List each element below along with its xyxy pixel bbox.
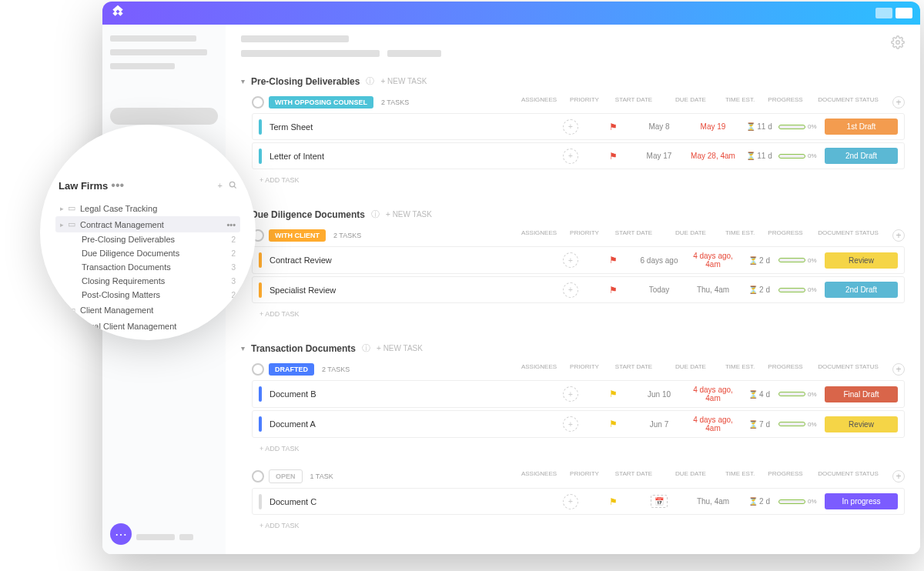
assignee-placeholder-icon[interactable]: +	[563, 252, 578, 268]
assignee-placeholder-icon[interactable]: +	[563, 494, 578, 509]
window-maximize-button[interactable]	[896, 8, 912, 18]
priority-flag-icon[interactable]: ⚑	[609, 255, 618, 265]
item-menu-icon[interactable]: •••	[226, 220, 236, 229]
progress-bar[interactable]: 0%	[778, 286, 825, 293]
section-header[interactable]: ▾ Due Diligence Documents ⓘ + NEW TASK	[241, 204, 905, 225]
assignee-placeholder-icon[interactable]: +	[563, 282, 578, 298]
document-status-badge[interactable]: Review	[825, 416, 898, 432]
priority-flag-icon[interactable]: ⚑	[609, 496, 618, 507]
task-row[interactable]: Document A + ⚑ Jun 7 4 days ago, 4am ⏳7 …	[252, 410, 905, 438]
section-header[interactable]: ▾ Transaction Documents ⓘ + NEW TASK	[241, 338, 905, 359]
assignee-placeholder-icon[interactable]: +	[563, 119, 578, 135]
document-status-badge[interactable]: 2nd Draft	[825, 148, 898, 164]
task-row[interactable]: Term Sheet + ⚑ May 8 May 19 ⏳11 d 0% 1st…	[252, 113, 905, 140]
new-task-button[interactable]: + NEW TASK	[386, 210, 432, 219]
due-date[interactable]: 4 days ago, 4am	[686, 252, 740, 269]
add-task-button[interactable]: + ADD TASK	[252, 517, 905, 534]
priority-flag-icon[interactable]: ⚑	[609, 122, 618, 132]
status-chip[interactable]: WITH OPPOSING COUNSEL	[269, 96, 373, 109]
task-row[interactable]: Document C + ⚑ 📅 Thu, 4am ⏳2 d 0% In pro…	[252, 488, 905, 515]
status-chip[interactable]: OPEN	[269, 469, 303, 483]
due-date[interactable]: Thu, 4am	[686, 286, 740, 294]
start-date[interactable]: 📅	[632, 497, 686, 506]
time-estimate[interactable]: ⏳11 d	[740, 122, 778, 131]
due-date[interactable]: May 19	[686, 122, 740, 131]
progress-bar[interactable]: 0%	[778, 257, 825, 264]
collapse-icon[interactable]: ▾	[241, 77, 245, 85]
info-icon[interactable]: ⓘ	[371, 209, 380, 220]
task-row[interactable]: Contract Review + ⚑ 6 days ago 4 days ag…	[252, 246, 905, 274]
add-task-button[interactable]: + ADD TASK	[252, 306, 905, 322]
add-task-button[interactable]: + ADD TASK	[252, 172, 905, 189]
sidebar-item[interactable]: ▸▭Contract Management•••	[55, 216, 240, 232]
start-date[interactable]: May 17	[632, 152, 686, 160]
sidebar-sub-item[interactable]: Pre-Closing Deliverables2	[77, 232, 240, 246]
time-estimate[interactable]: ⏳2 d	[740, 286, 778, 294]
assignee-placeholder-icon[interactable]: +	[563, 149, 578, 164]
time-estimate[interactable]: ⏳11 d	[740, 152, 778, 160]
status-chip[interactable]: DRAFTED	[269, 363, 314, 376]
due-date[interactable]: 4 days ago, 4am	[686, 416, 740, 432]
due-date[interactable]: Thu, 4am	[686, 497, 740, 506]
chat-fab[interactable]: ⋯	[110, 523, 132, 545]
add-column-button[interactable]: +	[892, 229, 905, 242]
add-column-button[interactable]: +	[892, 470, 905, 483]
progress-bar[interactable]: 0%	[778, 152, 825, 159]
sidebar-sub-item[interactable]: Post-Closing Matters2	[77, 288, 240, 302]
progress-bar[interactable]: 0%	[778, 498, 825, 505]
task-name: Document B	[270, 389, 547, 399]
status-circle-icon[interactable]	[252, 470, 264, 483]
priority-flag-icon[interactable]: ⚑	[609, 419, 618, 429]
start-date[interactable]: Today	[632, 286, 686, 294]
progress-bar[interactable]: 0%	[778, 391, 825, 398]
workspace-menu-icon[interactable]: •••	[111, 179, 124, 192]
sidebar-sub-item[interactable]: Closing Requirements3	[77, 274, 240, 288]
add-icon[interactable]: +	[218, 181, 223, 191]
document-status-badge[interactable]: In progress	[825, 493, 898, 509]
sidebar-sub-item[interactable]: Transaction Documents3	[77, 260, 240, 274]
settings-gear-icon[interactable]	[891, 35, 905, 52]
start-date[interactable]: Jun 7	[632, 420, 686, 429]
progress-bar[interactable]: 0%	[778, 421, 825, 428]
priority-flag-icon[interactable]: ⚑	[609, 389, 618, 399]
document-status-badge[interactable]: 1st Draft	[825, 119, 898, 135]
time-estimate[interactable]: ⏳2 d	[740, 256, 778, 265]
status-chip[interactable]: WITH CLIENT	[269, 229, 326, 242]
info-icon[interactable]: ⓘ	[366, 75, 374, 87]
document-status-badge[interactable]: Review	[825, 252, 898, 269]
collapse-icon[interactable]: ▾	[241, 344, 245, 352]
status-circle-icon[interactable]	[252, 363, 264, 376]
task-row[interactable]: Document B + ⚑ Jun 10 4 days ago, 4am ⏳4…	[252, 380, 905, 408]
document-status-badge[interactable]: Final Draft	[825, 386, 898, 402]
start-date[interactable]: 6 days ago	[632, 256, 686, 265]
section-header[interactable]: ▾ Pre-Closing Deliverables ⓘ + NEW TASK	[241, 71, 905, 92]
sidebar-item[interactable]: ▸▭Client Management	[55, 302, 240, 318]
sidebar-item[interactable]: ▸▭Legal Case Tracking	[55, 200, 240, 216]
document-status-badge[interactable]: 2nd Draft	[825, 282, 898, 298]
sidebar-sub-item[interactable]: Due Diligence Documents2	[77, 246, 240, 260]
add-column-button[interactable]: +	[892, 363, 905, 376]
due-date[interactable]: May 28, 4am	[686, 152, 740, 160]
status-circle-icon[interactable]	[252, 96, 264, 109]
window-minimize-button[interactable]	[875, 8, 892, 18]
start-date[interactable]: Jun 10	[632, 390, 686, 399]
progress-bar[interactable]: 0%	[778, 123, 825, 130]
assignee-placeholder-icon[interactable]: +	[563, 386, 578, 402]
task-row[interactable]: Specialist Review + ⚑ Today Thu, 4am ⏳2 …	[252, 276, 905, 303]
time-estimate[interactable]: ⏳4 d	[740, 390, 778, 399]
new-task-button[interactable]: + NEW TASK	[380, 77, 427, 85]
priority-flag-icon[interactable]: ⚑	[609, 285, 618, 296]
time-estimate[interactable]: ⏳7 d	[740, 420, 778, 429]
add-column-button[interactable]: +	[892, 96, 905, 109]
task-row[interactable]: Letter of Intent + ⚑ May 17 May 28, 4am …	[252, 142, 905, 169]
start-date[interactable]: May 8	[632, 122, 686, 131]
progress-percent: 0%	[808, 498, 817, 505]
search-icon[interactable]	[229, 181, 237, 191]
add-task-button[interactable]: + ADD TASK	[252, 440, 905, 457]
time-estimate[interactable]: ⏳2 d	[740, 497, 778, 506]
assignee-placeholder-icon[interactable]: +	[563, 416, 578, 432]
due-date[interactable]: 4 days ago, 4am	[686, 386, 740, 402]
priority-flag-icon[interactable]: ⚑	[609, 151, 618, 162]
info-icon[interactable]: ⓘ	[362, 342, 370, 354]
new-task-button[interactable]: + NEW TASK	[377, 344, 423, 352]
